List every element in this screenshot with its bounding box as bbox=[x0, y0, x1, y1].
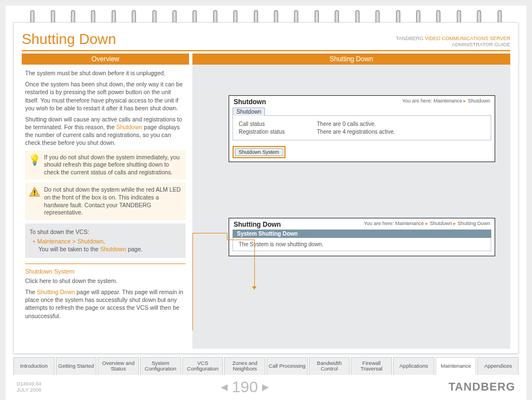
doc-id: D14049.04 JULY 2008 bbox=[17, 381, 41, 393]
prev-page-icon[interactable]: ◀ bbox=[221, 382, 228, 392]
nav-tab-overview-and-status[interactable]: Overview and Status bbox=[98, 357, 139, 375]
svg-rect-0 bbox=[34, 191, 35, 194]
status-message: The System is now shutting down. bbox=[233, 238, 491, 251]
brand-logo: TANDBERG bbox=[448, 381, 515, 393]
maintenance-shutdown-link[interactable]: Maintenance > Shutdown bbox=[37, 238, 104, 245]
call-status-value: There are 0 calls active. bbox=[317, 121, 376, 127]
arrow-line bbox=[254, 240, 255, 287]
call-status-label: Call status bbox=[239, 121, 317, 127]
shutdown-panel: Shutdown You are here: Maintenance ▸ Shu… bbox=[229, 95, 495, 162]
doc-subtitle: TANDBERG VIDEO COMMUNICATIONS SERVER ADM… bbox=[396, 36, 510, 48]
shutdown-link[interactable]: Shutdown bbox=[116, 124, 142, 130]
registration-status-label: Registration status bbox=[239, 129, 317, 135]
warning-note: Do not shut down the system while the re… bbox=[25, 183, 186, 220]
spiral-binding bbox=[6, 6, 526, 22]
nav-tab-introduction[interactable]: Introduction bbox=[13, 357, 55, 375]
nav-tab-getting-started[interactable]: Getting Started bbox=[56, 357, 97, 375]
shutdown-system-button[interactable]: Shutdown System bbox=[235, 148, 283, 156]
shutdown-system-heading: Shutdown System bbox=[25, 267, 186, 276]
next-page-icon[interactable]: ▶ bbox=[262, 382, 269, 392]
overview-p1: The system must be shut down before it i… bbox=[25, 69, 186, 77]
registration-status-value: There are 4 registrations active. bbox=[317, 129, 395, 135]
page-number: ◀ 190 ▶ bbox=[221, 378, 269, 396]
connector-line bbox=[192, 233, 228, 233]
steps-box: To shut down the VCS: •Maintenance > Shu… bbox=[25, 223, 186, 258]
overview-p2: Once the system has been shut down, the … bbox=[25, 80, 186, 112]
status-bar: System Shutting Down bbox=[233, 230, 491, 238]
info-note: 💡 If you do not shut down the system imm… bbox=[25, 150, 186, 180]
connector-line bbox=[227, 233, 255, 240]
warning-icon bbox=[28, 186, 41, 217]
arrow-head-icon bbox=[252, 286, 257, 290]
shutdown-system-highlight: Shutdown System bbox=[233, 146, 286, 158]
breadcrumb: You are here: Maintenance ▸ Shutdown ▸ S… bbox=[364, 221, 490, 228]
overview-p3: Shutting down will cause any active call… bbox=[25, 115, 186, 147]
shutdown-tab[interactable]: Shutdown bbox=[233, 108, 265, 116]
shutting-down-panel: Shutting Down You are here: Maintenance … bbox=[229, 218, 495, 256]
shutting-down-link[interactable]: Shutting Down bbox=[37, 289, 75, 295]
breadcrumb: You are here: Maintenance ▸ Shutdown bbox=[402, 98, 490, 106]
panel-title: Shutdown bbox=[234, 98, 266, 106]
shutting-down-column-header: Shutting Down bbox=[192, 53, 510, 65]
lightbulb-icon: 💡 bbox=[28, 154, 41, 177]
connector-line bbox=[192, 233, 193, 330]
panel-title: Shutting Down bbox=[234, 221, 281, 228]
svg-rect-1 bbox=[34, 194, 35, 196]
nav-tab-system-configuration[interactable]: System Configuration bbox=[140, 357, 181, 375]
page-title: Shutting Down bbox=[22, 31, 116, 48]
overview-column-header: Overview bbox=[22, 53, 189, 65]
shutdown-page-link[interactable]: Shutdown bbox=[100, 246, 127, 252]
